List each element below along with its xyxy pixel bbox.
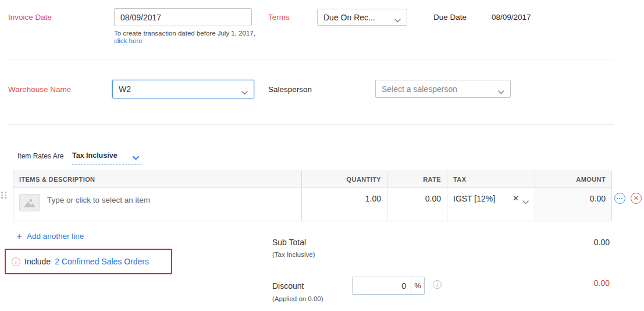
chevron-down-icon[interactable] (522, 194, 529, 207)
chevron-down-icon (394, 15, 401, 19)
discount-input-group: % (352, 277, 425, 295)
discount-input[interactable] (353, 277, 411, 294)
terms-label: Terms (268, 13, 290, 22)
tax-clear-icon[interactable]: ✕ (513, 194, 519, 203)
row-drag-handle[interactable] (1, 192, 7, 199)
confirmed-sales-orders-link[interactable]: 2 Confirmed Sales Orders (55, 257, 149, 266)
table-row: Type or click to select an item 1.00 0.0… (13, 188, 611, 221)
chevron-down-icon (498, 87, 504, 91)
salesperson-select-placeholder: Select a salesperson (382, 84, 457, 94)
discount-sublabel: (Applied on 0.00) (272, 295, 323, 302)
add-another-line-label: Add another line (27, 232, 84, 241)
plus-icon: + (16, 231, 22, 241)
warehouse-name-label: Warehouse Name (8, 85, 71, 94)
col-header-description: ITEMS & DESCRIPTION (13, 171, 301, 187)
add-another-line-button[interactable]: + Add another line (16, 231, 84, 241)
discount-unit: % (411, 277, 424, 294)
tax-value: IGST [12%] (453, 194, 495, 203)
items-table: ITEMS & DESCRIPTION QUANTITY RATE TAX AM… (13, 171, 612, 221)
chevron-down-icon (133, 154, 139, 158)
item-rates-value: Tax Inclusive (72, 151, 118, 160)
include-sales-orders: i Include 2 Confirmed Sales Orders (12, 257, 149, 266)
due-date-label: Due Date (433, 13, 467, 22)
info-icon: i (12, 257, 20, 266)
discount-label: Discount (272, 281, 304, 291)
sub-total-value: 0.00 (563, 238, 610, 247)
invoice-date-helper-text: To create transaction dated before July … (114, 30, 255, 37)
quantity-cell[interactable]: 1.00 (301, 188, 387, 221)
warehouse-select-value: W2 (119, 84, 131, 94)
rate-cell[interactable]: 0.00 (387, 188, 447, 221)
section-divider (8, 59, 614, 59)
row-more-options-icon[interactable]: ••• (614, 193, 625, 204)
terms-select[interactable]: Due On Rec... (317, 9, 407, 26)
sub-total-label: Sub Total (272, 238, 306, 247)
salesperson-select[interactable]: Select a salesperson (375, 80, 511, 98)
row-delete-icon[interactable]: ✕ (631, 193, 642, 204)
click-here-link[interactable]: click here (114, 37, 143, 45)
tax-cell[interactable]: IGST [12%] ✕ (447, 188, 535, 221)
section-divider (8, 124, 614, 125)
invoice-date-input[interactable] (114, 8, 252, 26)
salesperson-label: Salesperson (268, 85, 312, 94)
col-header-tax: TAX (447, 171, 535, 187)
amount-cell: 0.00 (535, 188, 611, 221)
item-image-placeholder-icon (19, 194, 40, 211)
invoice-date-label: Invoice Date (8, 13, 52, 22)
discount-info-icon: i (433, 280, 442, 289)
chevron-down-icon (241, 87, 248, 91)
warehouse-select[interactable]: W2 (112, 80, 254, 98)
terms-select-value: Due On Rec... (323, 13, 375, 22)
item-description-cell[interactable]: Type or click to select an item (13, 188, 301, 221)
include-prefix: Include (24, 257, 51, 266)
item-rates-select[interactable]: Tax Inclusive (72, 151, 141, 165)
item-rates-are-label: Item Rates Are (17, 152, 63, 160)
discount-amount-value: 0.00 (563, 278, 610, 288)
invoice-form: Invoice Date To create transaction dated… (0, 0, 644, 311)
col-header-quantity: QUANTITY (301, 171, 387, 187)
sub-total-sublabel: (Tax Inclusive) (272, 251, 315, 258)
items-table-header: ITEMS & DESCRIPTION QUANTITY RATE TAX AM… (13, 171, 611, 188)
col-header-amount: AMOUNT (535, 171, 611, 187)
due-date-value: 08/09/2017 (492, 13, 531, 22)
col-header-rate: RATE (387, 171, 447, 187)
item-select-placeholder: Type or click to select an item (47, 194, 150, 204)
